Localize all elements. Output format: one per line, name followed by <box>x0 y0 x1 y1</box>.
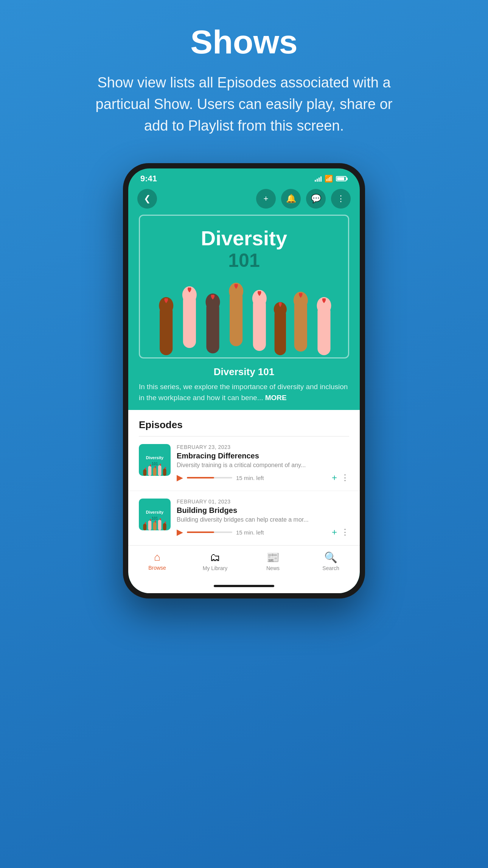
show-name: Diversity 101 <box>139 366 349 378</box>
hands-illustration <box>140 274 348 357</box>
episode-title: Building Bridges <box>177 506 349 515</box>
page-subtitle: Show view lists all Episodes associated … <box>89 72 399 137</box>
episode-controls: ▶ 15 min. left + ⋮ <box>177 472 349 483</box>
tab-browse-label: Browse <box>148 565 166 571</box>
svg-rect-24 <box>158 520 162 530</box>
svg-rect-22 <box>148 520 152 530</box>
show-info: Diversity 101 In this series, we explore… <box>128 366 360 410</box>
episode-title: Embracing Differences <box>177 452 349 460</box>
show-art-num: 101 <box>228 249 260 271</box>
svg-rect-21 <box>143 524 146 531</box>
play-button[interactable]: ▶ <box>177 527 183 537</box>
back-button[interactable]: ❮ <box>137 189 157 209</box>
episode-item: Diversity 101 <box>128 436 360 491</box>
bell-button[interactable]: 🔔 <box>281 189 301 209</box>
search-icon: 🔍 <box>324 551 337 564</box>
episode-more-button[interactable]: ⋮ <box>341 473 349 483</box>
progress-fill <box>187 477 214 478</box>
home-icon: ⌂ <box>154 551 160 563</box>
episode-date: February 01, 2023 <box>177 499 349 505</box>
svg-rect-19 <box>158 465 162 476</box>
tab-search-label: Search <box>322 565 339 571</box>
progress-fill <box>187 531 214 533</box>
progress-bar <box>187 531 232 533</box>
svg-rect-23 <box>153 522 157 530</box>
battery-icon <box>336 176 348 181</box>
phone-frame: 9:41 📶 ❮ + 🔔 💬 ⋮ <box>123 163 365 598</box>
svg-rect-16 <box>143 469 146 476</box>
add-to-library-button[interactable]: + <box>332 527 337 538</box>
episode-more-button[interactable]: ⋮ <box>341 527 349 537</box>
play-button[interactable]: ▶ <box>177 473 183 483</box>
tab-my-library[interactable]: 🗂 My Library <box>200 551 230 571</box>
show-art-title: Diversity <box>201 227 287 249</box>
episode-controls: ▶ 15 min. left + ⋮ <box>177 527 349 538</box>
home-bar <box>214 585 274 587</box>
episode-description: Diversity training is a critical compone… <box>177 462 349 469</box>
news-icon: 📰 <box>266 551 280 564</box>
episode-content: February 01, 2023 Building Bridges Build… <box>177 499 349 538</box>
tab-search[interactable]: 🔍 Search <box>316 551 346 571</box>
time-left: 15 min. left <box>236 475 264 481</box>
add-button[interactable]: + <box>256 189 276 209</box>
episode-thumbnail: Diversity 101 <box>139 499 171 530</box>
tab-library-label: My Library <box>203 565 227 571</box>
time-left: 15 min. left <box>236 529 264 536</box>
phone-screen: 9:41 📶 ❮ + 🔔 💬 ⋮ <box>128 168 360 593</box>
episode-content: February 23, 2023 Embracing Differences … <box>177 444 349 483</box>
episodes-section: Episodes Diversity 101 <box>128 410 360 593</box>
episode-date: February 23, 2023 <box>177 444 349 450</box>
top-nav: ❮ + 🔔 💬 ⋮ <box>128 186 360 215</box>
tab-news[interactable]: 📰 News <box>258 551 288 571</box>
episode-item: Diversity 101 <box>128 491 360 545</box>
svg-rect-17 <box>148 466 152 476</box>
svg-rect-18 <box>153 468 157 476</box>
add-to-library-button[interactable]: + <box>332 472 337 483</box>
status-bar: 9:41 📶 <box>128 168 360 186</box>
nav-right-buttons: + 🔔 💬 ⋮ <box>256 189 351 209</box>
svg-rect-20 <box>163 469 166 476</box>
episode-description: Building diversity bridges can help crea… <box>177 516 349 523</box>
tab-bar: ⌂ Browse 🗂 My Library 📰 News 🔍 Search <box>128 545 360 583</box>
episodes-header: Episodes <box>128 419 360 436</box>
wifi-icon: 📶 <box>325 175 333 183</box>
episode-thumbnail: Diversity 101 <box>139 444 171 476</box>
signal-icon <box>315 176 322 182</box>
show-artwork: Diversity 101 <box>139 215 349 358</box>
thumb-title: Diversity <box>145 454 165 462</box>
svg-rect-25 <box>163 523 166 530</box>
time: 9:41 <box>140 174 157 184</box>
page-title: Shows <box>190 23 298 61</box>
home-indicator <box>128 583 360 593</box>
tab-news-label: News <box>266 565 280 571</box>
thumb-title: Diversity <box>145 508 165 516</box>
progress-bar <box>187 477 232 478</box>
show-description: In this series, we explore the importanc… <box>139 382 349 403</box>
tab-browse[interactable]: ⌂ Browse <box>142 551 173 571</box>
status-icons: 📶 <box>315 175 348 183</box>
chat-button[interactable]: 💬 <box>306 189 326 209</box>
more-button[interactable]: ⋮ <box>331 189 351 209</box>
library-icon: 🗂 <box>210 551 221 564</box>
more-button[interactable]: MORE <box>265 394 287 402</box>
